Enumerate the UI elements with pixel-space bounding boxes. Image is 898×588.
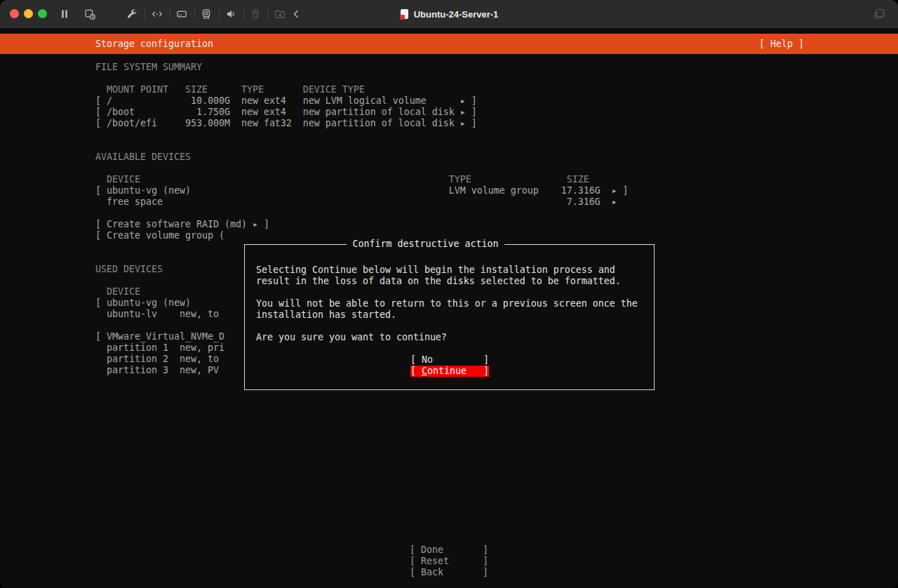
window-title-text: Ubuntu-24-Server-1 xyxy=(414,9,499,20)
back-button[interactable]: [ Back ] xyxy=(410,567,488,578)
zoom-button[interactable] xyxy=(38,9,47,18)
used-row-ubuntu-lv[interactable]: ubuntu-lv new, to xyxy=(95,309,219,320)
window-title: Ubuntu-24-Server-1 xyxy=(281,0,617,28)
available-row-ubuntu-vg[interactable]: [ ubuntu-vg (new) LVM volume group 17.31… xyxy=(95,185,629,196)
dialog-text-line: Selecting Continue below will begin the … xyxy=(256,265,615,276)
dialog-text-line: installation has started. xyxy=(256,309,396,321)
hard-disk-icon[interactable] xyxy=(175,8,188,20)
dialog-text-line: You will not be able to return to this o… xyxy=(256,298,638,309)
close-button[interactable] xyxy=(10,9,19,18)
dialog-question: Are you sure you want to continue? xyxy=(256,332,447,343)
used-row-vmware-nvme[interactable]: [ VMware_Virtual_NVMe_D xyxy=(95,331,224,342)
used-row-partition-3[interactable]: partition 3 new, PV xyxy=(95,365,219,376)
toolbar-separator xyxy=(145,9,145,19)
window-mode-icon[interactable] xyxy=(873,8,885,20)
usb-camera-icon[interactable] xyxy=(200,8,213,20)
no-button[interactable]: [ No ] xyxy=(410,354,489,366)
sound-icon[interactable] xyxy=(224,8,237,20)
available-devices-heading: AVAILABLE DEVICES xyxy=(95,152,191,163)
dialog-title: Confirm destructive action xyxy=(347,239,505,250)
snapshots-icon[interactable] xyxy=(83,8,96,20)
create-volume-group-button[interactable]: [ Create volume group ( xyxy=(95,230,224,241)
used-row-ubuntu-vg[interactable]: [ ubuntu-vg (new) xyxy=(95,298,191,309)
mouse-icon[interactable] xyxy=(249,8,262,20)
code-send-keys-icon[interactable] xyxy=(151,8,163,20)
used-devices-heading: USED DEVICES xyxy=(95,264,163,275)
continue-button[interactable]: [ Continue ] xyxy=(410,366,489,377)
confirm-dialog: Confirm destructive action Selecting Con… xyxy=(244,244,655,390)
available-row-free-space[interactable]: free space 7.316G ▸ xyxy=(95,196,617,208)
done-button[interactable]: [ Done ] xyxy=(410,544,488,556)
available-devices-columns: DEVICE TYPE SIZE xyxy=(95,174,589,185)
toolbar-separator xyxy=(268,9,269,19)
fs-summary-columns: MOUNT POINT SIZE TYPE DEVICE TYPE xyxy=(95,84,365,95)
installer-header: Storage configuration [ Help ] xyxy=(0,34,898,54)
fs-summary-heading: FILE SYSTEM SUMMARY xyxy=(95,62,202,73)
reset-button[interactable]: [ Reset ] xyxy=(410,556,488,567)
fs-row-boot-efi[interactable]: [ /boot/efi 953.000M new fat32 new parti… xyxy=(95,118,477,129)
used-row-partition-1[interactable]: partition 1 new, pri xyxy=(95,342,224,354)
toolbar-separator xyxy=(219,9,220,19)
toolbar-separator xyxy=(243,9,244,19)
fs-row-boot[interactable]: [ /boot 1.750G new ext4 new partition of… xyxy=(95,107,477,118)
cursor-highlight: C xyxy=(422,366,427,376)
vm-document-icon xyxy=(400,8,409,20)
pause-icon[interactable] xyxy=(58,8,71,20)
installer-screen: Storage configuration [ Help ] FILE SYST… xyxy=(0,28,898,588)
titlebar: Ubuntu-24-Server-1 xyxy=(0,0,898,28)
help-button[interactable]: [ Help ] xyxy=(759,34,804,54)
used-devices-columns: DEVICE xyxy=(95,286,140,298)
dialog-text-line: result in the loss of data on the disks … xyxy=(256,276,621,287)
page-title: Storage configuration xyxy=(95,34,213,54)
create-software-raid-button[interactable]: [ Create software RAID (md) ▸ ] xyxy=(95,219,269,230)
used-row-partition-2[interactable]: partition 2 new, to xyxy=(95,354,219,365)
toolbar-separator xyxy=(170,9,170,19)
minimize-button[interactable] xyxy=(24,9,33,18)
settings-wrench-icon[interactable] xyxy=(126,8,138,20)
fs-row-root[interactable]: [ / 10.000G new ext4 new LVM logical vol… xyxy=(95,95,477,107)
toolbar-separator xyxy=(194,9,195,19)
vm-window: Ubuntu-24-Server-1 Storage configuration… xyxy=(0,0,898,588)
